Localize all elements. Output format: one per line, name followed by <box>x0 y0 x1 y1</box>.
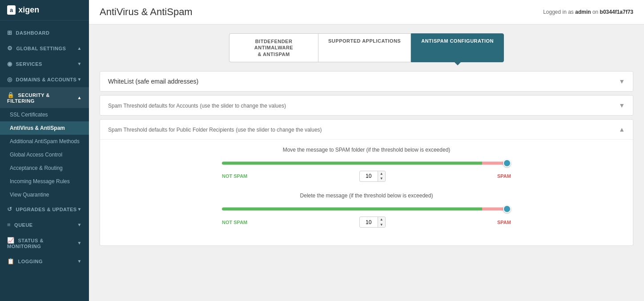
sidebar-sub-incoming-rules[interactable]: Incoming Message Rules <box>0 175 89 188</box>
tab-bitdefender[interactable]: Bitdefender Antimalware & AntiSpam <box>229 33 318 62</box>
tab-bar: Bitdefender Antimalware & AntiSpam Suppo… <box>89 24 644 62</box>
spam-threshold-public-header[interactable]: Spam Threshold defaults for Public Folde… <box>100 120 633 139</box>
slider1-arrows[interactable]: ▲ ▼ <box>378 171 385 181</box>
logo-box: a <box>7 5 16 15</box>
sidebar-sub-acceptance-routing[interactable]: Acceptance & Routing <box>0 161 89 175</box>
sidebar-sub-additional-antispam[interactable]: Additional AntiSpam Methods <box>0 135 89 148</box>
chevron-up-icon: ▲ <box>77 95 82 100</box>
chevron-down-icon-4: ▼ <box>77 222 82 227</box>
spam-threshold-accounts-toggle-icon: ▼ <box>619 102 625 109</box>
sidebar-sub-view-quarantine[interactable]: View Quarantine <box>0 188 89 201</box>
chevron-down-icon-3: ▼ <box>77 207 82 212</box>
whitelist-section: WhiteList (safe email addresses) ▼ <box>100 71 633 92</box>
chevron-down-icon-6: ▼ <box>77 259 82 264</box>
chevron-down-icon: ▼ <box>77 61 82 66</box>
dashboard-icon: ⊞ <box>7 29 12 36</box>
sidebar-item-upgrades[interactable]: ↺Upgrades & Updates ▼ <box>0 201 89 217</box>
sidebar-item-dashboard[interactable]: ⊞Dashboard <box>0 25 89 40</box>
logging-icon: 📋 <box>7 258 15 265</box>
slider1-not-spam-label: NOT SPAM <box>222 173 247 179</box>
chevron-down-icon-2: ▼ <box>77 77 82 82</box>
slider2-not-spam-label: NOT SPAM <box>222 220 247 225</box>
whitelist-title: WhiteList (safe email addresses) <box>108 78 198 85</box>
slider1-up-arrow[interactable]: ▲ <box>378 171 385 177</box>
sidebar-sub-antivirus[interactable]: AntiVirus & AntiSpam <box>0 121 89 135</box>
main-content: AntiVirus & AntiSpam Logged in as admin … <box>89 0 644 301</box>
chevron-down-icon-5: ▼ <box>77 241 82 245</box>
whitelist-toggle-icon: ▼ <box>619 78 625 85</box>
tab-supported-apps[interactable]: Supported Applications <box>318 33 411 62</box>
sidebar-item-services[interactable]: ◉Services ▼ <box>0 56 89 72</box>
slider2-down-arrow[interactable]: ▼ <box>378 222 385 228</box>
slider1-down-arrow[interactable]: ▼ <box>378 176 385 181</box>
spam-threshold-accounts-header[interactable]: Spam Threshold defaults for Accounts (us… <box>100 96 633 115</box>
sidebar-sub-ssl[interactable]: SSL Certificates <box>0 108 89 121</box>
sidebar-item-global-settings[interactable]: ⚙Global Settings ▲ <box>0 40 89 56</box>
sidebar-item-queue[interactable]: ≡Queue ▼ <box>0 217 89 233</box>
security-icon: 🔒 <box>7 92 15 98</box>
content-area: WhiteList (safe email addresses) ▼ Spam … <box>89 62 644 255</box>
slider1-spam-label: SPAM <box>497 173 511 179</box>
move-to-spam-group: Move the message to SPAM folder (if the … <box>108 147 625 182</box>
spam-threshold-public-section: Spam Threshold defaults for Public Folde… <box>100 119 633 246</box>
sidebar-item-domains-accounts[interactable]: ◎Domains & Accounts ▼ <box>0 72 89 87</box>
logo: a xigen <box>0 0 89 20</box>
sidebar-nav: ⊞Dashboard ⚙Global Settings ▲ ◉Services … <box>0 20 89 273</box>
services-icon: ◉ <box>7 60 12 67</box>
whitelist-header[interactable]: WhiteList (safe email addresses) ▼ <box>100 72 633 91</box>
tab-antispam-config[interactable]: AntiSpam Configuration <box>411 33 504 62</box>
spam-threshold-accounts-section: Spam Threshold defaults for Accounts (us… <box>100 95 633 116</box>
page-title: AntiVirus & AntiSpam <box>100 6 193 18</box>
sidebar: a xigen ⊞Dashboard ⚙Global Settings ▲ ◉S… <box>0 0 89 301</box>
sidebar-item-status[interactable]: 📈Status & Monitoring ▼ <box>0 233 89 253</box>
slider2-value-num: 10 <box>360 217 378 227</box>
move-to-spam-label: Move the message to SPAM folder (if the … <box>108 147 625 153</box>
slider2-up-arrow[interactable]: ▲ <box>378 217 385 222</box>
slider2-spam-label: SPAM <box>497 220 511 225</box>
domains-icon: ◎ <box>7 76 12 83</box>
sidebar-sub-global-access[interactable]: Global Access Control <box>0 148 89 161</box>
slider1-value-input[interactable]: 10 ▲ ▼ <box>359 171 386 182</box>
delete-message-group: Delete the message (if the threshold bel… <box>108 193 625 228</box>
queue-icon: ≡ <box>7 221 11 228</box>
status-icon: 📈 <box>7 237 15 244</box>
logo-text: xigen <box>18 5 39 15</box>
topbar: AntiVirus & AntiSpam Logged in as admin … <box>89 0 644 24</box>
slider1-value-num: 10 <box>360 171 378 181</box>
spam-threshold-public-title: Spam Threshold defaults for Public Folde… <box>108 126 322 133</box>
slider2-value-input[interactable]: 10 ▲ ▼ <box>359 217 386 228</box>
slider2-arrows[interactable]: ▲ ▼ <box>378 217 385 227</box>
spam-threshold-public-body: Move the message to SPAM folder (if the … <box>100 139 633 245</box>
spam-threshold-public-toggle-icon: ▲ <box>619 126 625 133</box>
sidebar-item-security[interactable]: 🔒Security & Filtering ▲ <box>0 87 89 108</box>
sidebar-item-logging[interactable]: 📋Logging ▼ <box>0 253 89 269</box>
settings-icon: ⚙ <box>7 45 13 52</box>
spam-threshold-accounts-title: Spam Threshold defaults for Accounts (us… <box>108 102 286 109</box>
delete-message-label: Delete the message (if the threshold bel… <box>108 193 625 199</box>
upgrades-icon: ↺ <box>7 206 12 213</box>
chevron-right-icon: ▲ <box>77 46 82 51</box>
user-info: Logged in as admin on b0344f1a7f73 <box>543 9 633 15</box>
